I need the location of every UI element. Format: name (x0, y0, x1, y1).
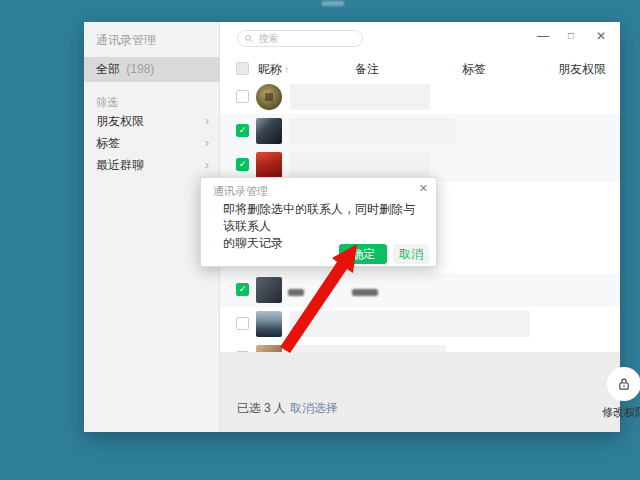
sidebar-item-all[interactable]: 全部 (198) (84, 57, 220, 82)
blurred-text (352, 289, 378, 296)
modify-permission-button[interactable]: 修改权限 (596, 367, 640, 420)
filter-section-label: 筛选 (96, 95, 118, 110)
window-title: 通讯录管理 (96, 32, 156, 49)
chevron-right-icon: › (205, 110, 209, 132)
close-button[interactable]: ✕ (592, 28, 610, 44)
lock-icon (607, 367, 640, 401)
action-label: 修改权限 (596, 405, 640, 420)
sidebar-all-label: 全部 (96, 62, 120, 76)
table-row[interactable] (220, 341, 620, 352)
sort-ascending-icon: ↑ (284, 64, 289, 75)
search-icon (244, 33, 253, 44)
sidebar-item-friend-permission[interactable]: 朋友权限 › (84, 110, 220, 132)
sidebar-item-label: 朋友权限 (96, 114, 144, 128)
sidebar-item-recent-groups[interactable]: 最近群聊 › (84, 154, 220, 176)
table-row[interactable] (220, 114, 620, 148)
selected-count: 3 (264, 401, 271, 415)
column-permission[interactable]: 朋友权限 (558, 61, 606, 78)
avatar (256, 311, 282, 337)
row-checkbox[interactable] (236, 283, 249, 296)
row-checkbox[interactable] (236, 90, 249, 103)
avatar (256, 277, 282, 303)
table-row[interactable] (220, 80, 620, 114)
redacted-name (290, 152, 430, 178)
avatar (256, 118, 282, 144)
top-artifact (322, 1, 344, 6)
maximize-button[interactable]: □ (562, 28, 580, 44)
blurred-text (288, 289, 304, 296)
table-header: 昵称↑ 备注 标签 朋友权限 (220, 58, 620, 81)
selection-summary: 已选3人 (237, 400, 286, 417)
sidebar-all-count: (198) (126, 62, 154, 76)
column-tag[interactable]: 标签 (462, 61, 486, 78)
confirm-dialog: 通讯录管理 ✕ 即将删除选中的联系人，同时删除与该联系人 的聊天记录 确定 取消 (200, 177, 437, 267)
table-row[interactable] (220, 273, 620, 307)
footer-bar: 已选3人 取消选择 修改权限 添加标签 (220, 352, 620, 432)
sidebar-item-label: 标签 (96, 136, 120, 150)
row-checkbox[interactable] (236, 317, 249, 330)
avatar (256, 84, 282, 110)
sidebar-item-label: 最近群聊 (96, 158, 144, 172)
avatar (256, 152, 282, 178)
sidebar-item-tags[interactable]: 标签 › (84, 132, 220, 154)
redacted-name (290, 118, 456, 144)
redacted-name (290, 84, 430, 110)
cancel-button[interactable]: 取消 (393, 244, 429, 264)
minimize-button[interactable]: — (534, 28, 552, 44)
column-remark[interactable]: 备注 (355, 61, 379, 78)
search-box[interactable] (237, 30, 363, 47)
confirm-button[interactable]: 确定 (339, 244, 387, 264)
desktop-background: 通讯录管理 全部 (198) 筛选 朋友权限 › 标签 › 最近群聊 › (0, 0, 640, 480)
table-row[interactable] (220, 307, 620, 341)
dialog-close-icon[interactable]: ✕ (419, 182, 428, 195)
chevron-right-icon: › (205, 154, 209, 176)
select-all-checkbox[interactable] (236, 62, 249, 75)
avatar (256, 345, 282, 352)
row-checkbox[interactable] (236, 124, 249, 137)
row-checkbox[interactable] (236, 158, 249, 171)
search-input[interactable] (256, 32, 356, 45)
redacted-name (290, 345, 446, 352)
deselect-link[interactable]: 取消选择 (290, 400, 338, 417)
redacted-name (290, 311, 530, 337)
chevron-right-icon: › (205, 132, 209, 154)
dialog-title: 通讯录管理 (213, 184, 268, 199)
column-nickname[interactable]: 昵称↑ (258, 61, 289, 78)
